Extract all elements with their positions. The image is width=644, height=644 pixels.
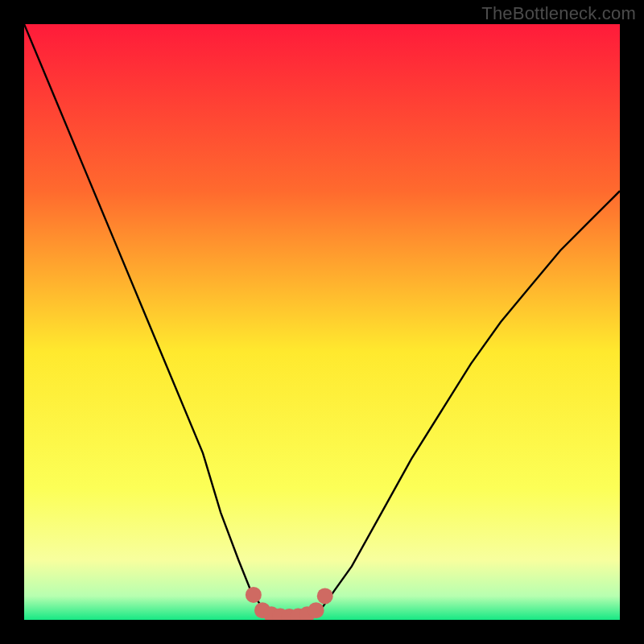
highlight-marker (246, 587, 262, 603)
chart-frame: TheBottleneck.com (0, 0, 644, 644)
highlight-marker (308, 602, 324, 618)
watermark-text: TheBottleneck.com (481, 3, 636, 24)
gradient-background (24, 24, 620, 620)
plot-area (24, 24, 620, 620)
highlight-marker (317, 588, 333, 604)
chart-svg (24, 24, 620, 620)
